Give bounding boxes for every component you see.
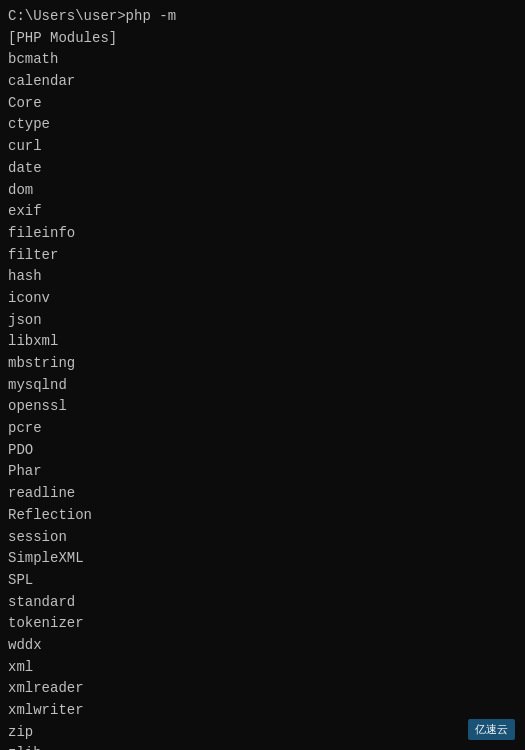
module-line: filter [8, 245, 517, 267]
module-line: libxml [8, 331, 517, 353]
module-line: Reflection [8, 505, 517, 527]
module-line: Core [8, 93, 517, 115]
module-line: SimpleXML [8, 548, 517, 570]
module-line: Phar [8, 461, 517, 483]
module-line: bcmath [8, 49, 517, 71]
module-line: mysqlnd [8, 375, 517, 397]
module-line: xml [8, 657, 517, 679]
module-line: SPL [8, 570, 517, 592]
command-prompt: C:\Users\user>php -m [8, 6, 517, 28]
module-line: session [8, 527, 517, 549]
module-line: mbstring [8, 353, 517, 375]
module-line: iconv [8, 288, 517, 310]
watermark-badge: 亿速云 [468, 719, 515, 740]
module-line: wddx [8, 635, 517, 657]
module-line: date [8, 158, 517, 180]
modules-list: bcmathcalendarCorectypecurldatedomexiffi… [8, 49, 517, 750]
module-line: dom [8, 180, 517, 202]
module-line: exif [8, 201, 517, 223]
module-line: pcre [8, 418, 517, 440]
watermark-text: 亿速云 [475, 723, 508, 735]
module-line: ctype [8, 114, 517, 136]
module-line: curl [8, 136, 517, 158]
module-line: openssl [8, 396, 517, 418]
module-line: fileinfo [8, 223, 517, 245]
module-line: zip [8, 722, 517, 744]
module-line: standard [8, 592, 517, 614]
module-line: PDO [8, 440, 517, 462]
module-line: xmlwriter [8, 700, 517, 722]
module-line: xmlreader [8, 678, 517, 700]
module-line: calendar [8, 71, 517, 93]
module-line: zlib [8, 743, 517, 750]
module-line: json [8, 310, 517, 332]
module-line: hash [8, 266, 517, 288]
terminal-window: C:\Users\user>php -m [PHP Modules] bcmat… [0, 0, 525, 750]
module-line: tokenizer [8, 613, 517, 635]
module-line: readline [8, 483, 517, 505]
php-modules-header: [PHP Modules] [8, 28, 517, 50]
